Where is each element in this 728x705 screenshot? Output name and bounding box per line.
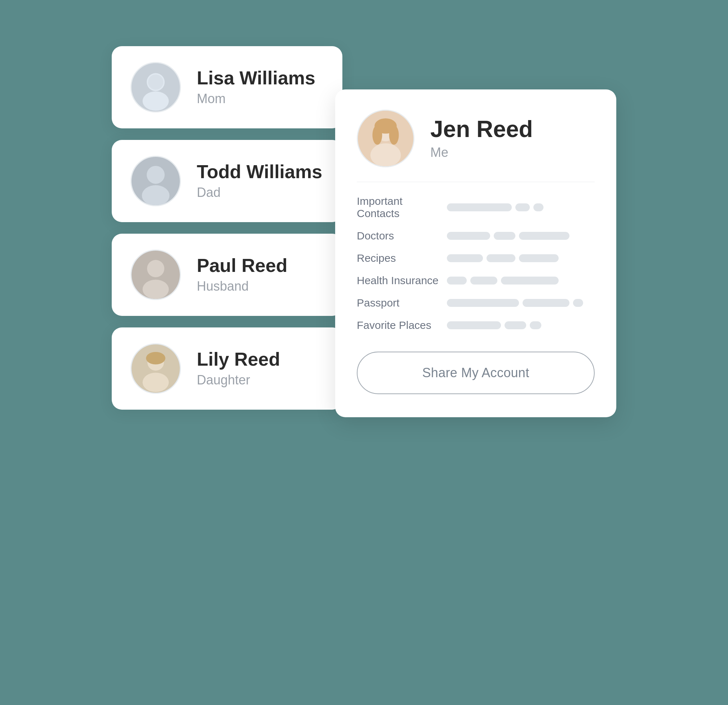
pill: [516, 203, 530, 211]
pill: [447, 254, 483, 262]
detail-divider: [357, 182, 595, 182]
pill: [447, 276, 467, 285]
pill: [501, 276, 559, 285]
detail-name: Jen Reed: [430, 116, 533, 142]
pills-passport: [447, 299, 595, 307]
left-cards-container: Lisa Williams Mom Todd Williams Dad: [112, 46, 342, 410]
info-row-important-contacts: Important Contacts: [357, 195, 595, 220]
person-card-lily[interactable]: Lily Reed Daughter: [112, 327, 342, 410]
pill: [519, 232, 569, 240]
avatar-todd: [130, 156, 181, 206]
info-label-doctors: Doctors: [357, 230, 440, 242]
pills-important-contacts: [447, 203, 595, 211]
pill: [504, 321, 526, 329]
pill: [530, 321, 541, 329]
person-card-todd[interactable]: Todd Williams Dad: [112, 140, 342, 222]
svg-point-5: [147, 165, 165, 184]
avatar-paul: [130, 249, 181, 300]
detail-role: Me: [430, 145, 533, 160]
pills-health-insurance: [447, 276, 595, 285]
main-scene: Lisa Williams Mom Todd Williams Dad: [112, 46, 616, 659]
pill: [447, 299, 519, 307]
svg-point-13: [146, 352, 165, 364]
detail-card: Jen Reed Me Important Contacts Doctors: [335, 90, 616, 417]
person-name-paul: Paul Reed: [197, 255, 287, 276]
pill: [487, 254, 516, 262]
pill: [470, 276, 497, 285]
pill: [519, 254, 559, 262]
detail-person-info: Jen Reed Me: [430, 116, 533, 160]
pill: [533, 203, 543, 211]
person-card-paul[interactable]: Paul Reed Husband: [112, 234, 342, 316]
info-label-passport: Passport: [357, 297, 440, 309]
pill: [494, 232, 516, 240]
person-info-paul: Paul Reed Husband: [197, 255, 287, 294]
pills-doctors: [447, 232, 595, 240]
svg-point-6: [142, 185, 170, 205]
svg-point-2: [143, 91, 169, 111]
detail-header: Jen Reed Me: [357, 110, 595, 167]
pills-recipes: [447, 254, 595, 262]
pill: [447, 203, 512, 211]
svg-point-8: [147, 260, 164, 277]
svg-point-19: [389, 125, 399, 145]
svg-point-12: [143, 372, 169, 392]
person-role-paul: Husband: [197, 279, 287, 294]
svg-point-3: [148, 74, 163, 90]
person-card-lisa[interactable]: Lisa Williams Mom: [112, 46, 342, 128]
pill: [447, 232, 490, 240]
info-row-health-insurance: Health Insurance: [357, 274, 595, 287]
pills-favorite-places: [447, 321, 595, 329]
info-row-passport: Passport: [357, 297, 595, 309]
pill: [523, 299, 569, 307]
share-my-account-button[interactable]: Share My Account: [357, 352, 595, 394]
person-info-lisa: Lisa Williams Mom: [197, 68, 315, 106]
person-role-lily: Daughter: [197, 372, 280, 388]
info-label-important-contacts: Important Contacts: [357, 195, 440, 220]
svg-point-18: [372, 125, 382, 145]
info-label-health-insurance: Health Insurance: [357, 274, 440, 287]
person-info-lily: Lily Reed Daughter: [197, 349, 280, 388]
person-info-todd: Todd Williams Dad: [197, 162, 322, 200]
person-name-lily: Lily Reed: [197, 349, 280, 370]
info-row-doctors: Doctors: [357, 230, 595, 242]
person-role-todd: Dad: [197, 185, 322, 200]
info-label-favorite-places: Favorite Places: [357, 319, 440, 332]
info-rows: Important Contacts Doctors Recipes: [357, 195, 595, 332]
avatar-lisa: [130, 62, 181, 113]
person-name-lisa: Lisa Williams: [197, 68, 315, 88]
info-label-recipes: Recipes: [357, 252, 440, 264]
info-row-recipes: Recipes: [357, 252, 595, 264]
person-role-lisa: Mom: [197, 91, 315, 106]
pill: [447, 321, 501, 329]
pill: [573, 299, 583, 307]
person-name-todd: Todd Williams: [197, 162, 322, 182]
avatar-lily: [130, 343, 181, 394]
svg-point-16: [370, 143, 401, 166]
svg-point-9: [143, 279, 169, 299]
info-row-favorite-places: Favorite Places: [357, 319, 595, 332]
avatar-jen: [357, 110, 415, 167]
